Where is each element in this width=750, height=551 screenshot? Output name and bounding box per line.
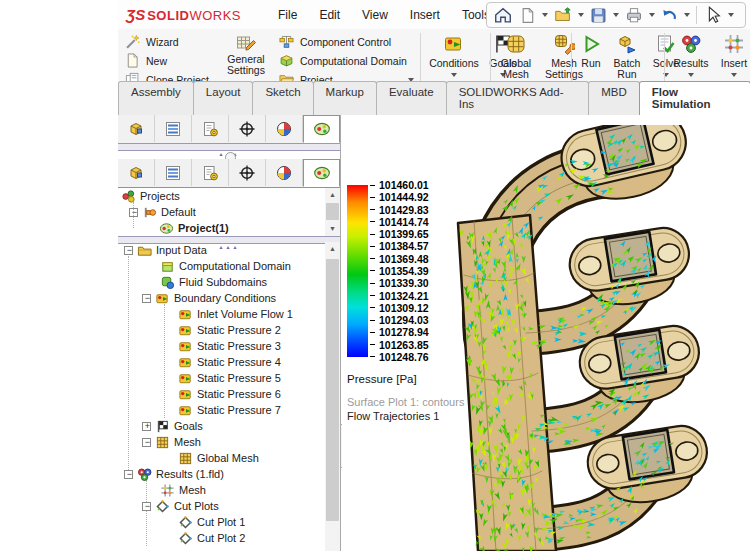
boundary-condition-icon bbox=[178, 355, 193, 370]
flow-simulation-tree-tab[interactable] bbox=[303, 115, 340, 143]
tree-item-cut-plot-2[interactable]: Cut Plot 2 bbox=[118, 530, 325, 546]
tree-item-goals[interactable]: Goals bbox=[118, 418, 325, 434]
conditions-dropdown-arrow[interactable] bbox=[451, 73, 457, 77]
tree-item-default[interactable]: Default bbox=[118, 204, 325, 220]
tab-sketch[interactable]: Sketch bbox=[252, 81, 313, 115]
tree-item-input-data[interactable]: Input Data bbox=[118, 242, 325, 258]
tab-solidworks-add-ins[interactable]: SOLIDWORKS Add-Ins bbox=[446, 81, 590, 115]
dimxpert-manager-tab[interactable] bbox=[229, 115, 266, 142]
insert-button[interactable]: Insert bbox=[714, 32, 750, 77]
property-manager-tab[interactable] bbox=[155, 115, 192, 142]
expander[interactable] bbox=[142, 294, 151, 303]
open-dropdown-arrow[interactable] bbox=[578, 13, 584, 17]
dimxpert-manager-tab-2[interactable] bbox=[229, 159, 266, 186]
expander[interactable] bbox=[142, 502, 151, 511]
results-dropdown-arrow[interactable] bbox=[688, 73, 694, 77]
select-cursor-icon[interactable] bbox=[701, 4, 725, 26]
conditions-button[interactable]: Conditions bbox=[426, 32, 482, 77]
results-button[interactable]: Results bbox=[670, 32, 712, 77]
tab-layout[interactable]: Layout bbox=[193, 81, 254, 115]
component-control-button[interactable]: Component Control bbox=[278, 32, 416, 51]
global-mesh-button[interactable]: Global Mesh bbox=[495, 32, 537, 80]
undo-dropdown-arrow[interactable] bbox=[684, 13, 690, 17]
tab-markup[interactable]: Markup bbox=[313, 81, 377, 115]
tree-item-global-mesh[interactable]: Global Mesh bbox=[118, 450, 325, 466]
tree-item-static-pressure-7[interactable]: Static Pressure 7 bbox=[118, 402, 325, 418]
tree-item-results-mesh[interactable]: Mesh bbox=[118, 482, 325, 498]
expander[interactable] bbox=[124, 470, 133, 479]
tree-item-static-pressure-3[interactable]: Static Pressure 3 bbox=[118, 338, 325, 354]
open-folder-icon[interactable] bbox=[551, 4, 575, 26]
tree-item-projects[interactable]: Projects bbox=[118, 188, 325, 204]
insert-icon bbox=[723, 33, 745, 55]
display-manager-tab[interactable] bbox=[266, 115, 303, 142]
tree-item-static-pressure-6[interactable]: Static Pressure 6 bbox=[118, 386, 325, 402]
configuration-manager-tab[interactable] bbox=[192, 115, 229, 142]
display-manager-tab-2[interactable] bbox=[266, 159, 303, 186]
tree-item-mesh[interactable]: Mesh bbox=[118, 434, 325, 450]
tree-item-fluid-subdomains[interactable]: Fluid Subdomains bbox=[118, 274, 325, 290]
boundary-condition-icon bbox=[178, 307, 193, 322]
assembly-tree-tab[interactable] bbox=[118, 115, 155, 142]
tree-item-static-pressure-4[interactable]: Static Pressure 4 bbox=[118, 354, 325, 370]
analysis-tree-scrollbar[interactable]: ▲ bbox=[325, 242, 340, 551]
wizard-button[interactable]: Wizard bbox=[124, 32, 209, 51]
panel-tab-strip-top bbox=[118, 115, 340, 144]
general-settings-button[interactable]: General Settings bbox=[220, 32, 272, 76]
tree-item-results[interactable]: Results (1.fld) bbox=[118, 466, 325, 482]
configuration-manager-tab-2[interactable] bbox=[192, 159, 229, 186]
print-icon[interactable] bbox=[622, 4, 646, 26]
feature-manager-icon bbox=[164, 164, 182, 182]
tree-item-cut-plot-1[interactable]: Cut Plot 1 bbox=[118, 514, 325, 530]
tab-flow-simulation[interactable]: Flow Simulation bbox=[639, 81, 750, 115]
print-dropdown-arrow[interactable] bbox=[649, 13, 655, 17]
scroll-thumb[interactable] bbox=[326, 203, 339, 220]
new-dropdown-arrow[interactable] bbox=[542, 13, 548, 17]
expander[interactable] bbox=[142, 438, 151, 447]
tree-item-computational-domain[interactable]: Computational Domain bbox=[118, 258, 325, 274]
projects-tree: Projects Default Project(1) bbox=[118, 188, 325, 236]
tree-item-static-pressure-2[interactable]: Static Pressure 2 bbox=[118, 322, 325, 338]
menu-file[interactable]: File bbox=[269, 4, 306, 26]
tree-item-boundary-conditions[interactable]: Boundary Conditions bbox=[118, 290, 325, 306]
pane-splitter[interactable]: ▲▲▲ bbox=[118, 143, 340, 151]
tab-mbd[interactable]: MBD bbox=[588, 81, 640, 115]
save-icon[interactable] bbox=[587, 4, 610, 26]
scroll-up-arrow[interactable]: ▲ bbox=[325, 242, 340, 256]
tree-item-static-pressure-5[interactable]: Static Pressure 5 bbox=[118, 370, 325, 386]
tree-item-project-1[interactable]: Project(1) bbox=[118, 220, 325, 236]
scroll-up-arrow[interactable]: ▲ bbox=[325, 188, 340, 202]
menu-insert[interactable]: Insert bbox=[401, 4, 449, 26]
batch-run-button[interactable]: Batch Run bbox=[608, 32, 646, 80]
scroll-down-arrow[interactable]: ▼ bbox=[325, 222, 340, 236]
wizard-icon bbox=[124, 33, 141, 50]
legend-value: 101460.01 bbox=[370, 179, 429, 191]
tab-assembly[interactable]: Assembly bbox=[118, 81, 194, 115]
home-icon[interactable] bbox=[491, 4, 515, 26]
separator bbox=[571, 33, 572, 86]
dimxpert-icon bbox=[238, 164, 256, 182]
flow-simulation-tree-tab-2[interactable] bbox=[303, 159, 340, 187]
menu-edit[interactable]: Edit bbox=[310, 4, 349, 26]
graphics-viewport[interactable]: 101460.01 101444.92 101429.83 101414.74 … bbox=[342, 115, 750, 551]
property-manager-tab-2[interactable] bbox=[155, 159, 192, 186]
new-document-icon[interactable] bbox=[516, 4, 539, 26]
save-dropdown-arrow[interactable] bbox=[613, 13, 619, 17]
tree-item-cut-plots[interactable]: Cut Plots bbox=[118, 498, 325, 514]
assembly-tree-tab-2[interactable] bbox=[118, 159, 155, 186]
expander[interactable] bbox=[142, 422, 151, 431]
select-dropdown-arrow[interactable] bbox=[728, 13, 734, 17]
legend-value: 101339.30 bbox=[370, 277, 429, 289]
tree-item-inlet-volume-flow-1[interactable]: Inlet Volume Flow 1 bbox=[118, 306, 325, 322]
new-project-button[interactable]: New bbox=[124, 51, 209, 70]
folder-icon bbox=[137, 243, 152, 258]
tab-evaluate[interactable]: Evaluate bbox=[376, 81, 447, 115]
scroll-thumb[interactable] bbox=[326, 259, 339, 521]
run-button[interactable]: Run bbox=[576, 32, 606, 69]
insert-dropdown-arrow[interactable] bbox=[731, 73, 737, 77]
undo-icon[interactable] bbox=[658, 4, 681, 26]
expander[interactable] bbox=[124, 246, 133, 255]
projects-tree-scrollbar[interactable]: ▲ ▼ bbox=[325, 188, 340, 236]
computational-domain-button[interactable]: Computational Domain bbox=[278, 51, 416, 70]
menu-view[interactable]: View bbox=[353, 4, 397, 26]
